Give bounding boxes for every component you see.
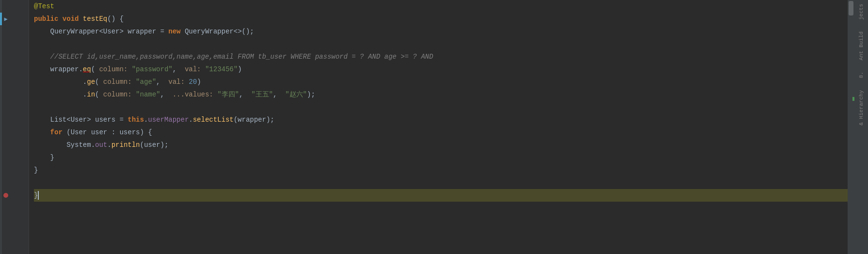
- list-close: > users =: [87, 113, 128, 126]
- code-line-6: wrapper.eq( column: "password", val: "12…: [34, 63, 848, 76]
- comma-name: ,: [161, 88, 173, 101]
- paren-select: (wrapper);: [234, 113, 274, 126]
- space-zl: [281, 88, 285, 101]
- space-val-age: [185, 76, 189, 88]
- space-age: [132, 76, 136, 88]
- editor-area: ▶: [0, 0, 868, 254]
- class-system: System: [66, 139, 91, 151]
- dot-mapper: .: [144, 113, 148, 126]
- param-values: ...values:: [173, 88, 213, 101]
- gutter-line-13: [2, 151, 10, 164]
- class-user-for: User: [71, 126, 87, 139]
- dot-out: .: [91, 139, 95, 151]
- line-numbers: [10, 0, 29, 254]
- scrollbar-green-marker: [852, 97, 854, 101]
- indent-list: [34, 113, 50, 126]
- code-line-1: @Test: [34, 0, 848, 13]
- class-user: User: [103, 25, 120, 38]
- code-line-12: System . out . println (user);: [34, 139, 848, 151]
- class-user2: User: [71, 113, 87, 126]
- code-content[interactable]: @Test public void testEq () { QueryWrapp…: [29, 0, 848, 254]
- code-line-14: }: [34, 164, 848, 176]
- field-usermapper: userMapper: [148, 113, 189, 126]
- right-side-panel: jects Ant Build 8. & Hierarchy: [854, 0, 868, 254]
- text-cursor: [38, 191, 39, 200]
- code-line-11: for ( User user : users) {: [34, 126, 848, 139]
- gutter-line-1: [2, 0, 10, 13]
- indent-1: [34, 25, 50, 38]
- gutter-line-4: [2, 38, 10, 50]
- paren-eq: (: [91, 63, 99, 76]
- method-ge: ge: [87, 76, 95, 88]
- close-method-brace: }: [34, 164, 38, 176]
- dot-ge: .: [83, 76, 87, 88]
- vertical-scrollbar[interactable]: [848, 0, 854, 254]
- comma-vals2: ,: [273, 88, 281, 101]
- paren-ge: (: [95, 76, 103, 88]
- space-new: [181, 25, 185, 38]
- gutter-line-12: [2, 139, 10, 151]
- panel-label-ant[interactable]: Ant Build: [859, 32, 864, 60]
- close-class-brace: }: [34, 189, 38, 202]
- panel-label-jects[interactable]: jects: [859, 4, 864, 20]
- code-line-3: QueryWrapper < User > wrapper = new Quer…: [34, 25, 848, 38]
- generic: <: [99, 25, 103, 38]
- gutter-line-8: [2, 88, 10, 101]
- gutter-line-10: [2, 113, 10, 126]
- breakpoint-dot: [3, 193, 8, 198]
- blue-indicator: [0, 13, 2, 25]
- code-line-7: .ge( column: "age", val: 20): [34, 76, 848, 88]
- code-line-5: //SELECT id,user_name,password,name,age,…: [34, 50, 848, 63]
- dot-in: .: [83, 88, 87, 101]
- method-testEq: testEq: [83, 13, 107, 25]
- class-querywrapper2: QueryWrapper: [185, 25, 234, 38]
- comma-age: ,: [156, 76, 168, 88]
- code-line-10: List<User> users = this.userMapper.selec…: [34, 113, 848, 126]
- panel-label-hierarchy[interactable]: & Hierarchy: [859, 90, 864, 126]
- close-in: );: [307, 88, 315, 101]
- generic-close: > wrapper =: [119, 25, 168, 38]
- space-1: [58, 13, 62, 25]
- annotation-test: @Test: [34, 0, 54, 13]
- indent-close-for: [34, 151, 50, 164]
- param-column-name: column:: [103, 88, 132, 101]
- comma-vals1: ,: [239, 88, 247, 101]
- gutter-line-14: [2, 164, 10, 176]
- str-123456: "123456": [205, 63, 238, 76]
- gutter-line-16: [2, 189, 10, 202]
- str-age: "age": [136, 76, 156, 88]
- gutter-line-15: [2, 176, 10, 189]
- method-println: println: [112, 139, 140, 151]
- gutter-line-2: ▶: [2, 13, 10, 25]
- code-line-4: [34, 38, 848, 50]
- close-ge: ): [197, 76, 201, 88]
- kw-public: public: [34, 13, 58, 25]
- space-vals: [213, 88, 217, 101]
- indent-in: [34, 88, 83, 101]
- indent-for: [34, 126, 50, 139]
- code-line-9: [34, 101, 848, 113]
- gutter-line-7: [2, 76, 10, 88]
- scrollbar-thumb[interactable]: [849, 1, 853, 16]
- space-val1: [201, 63, 205, 76]
- line-indicator: [0, 0, 2, 254]
- indent-ge: [34, 76, 83, 88]
- str-lisi: "李四": [217, 88, 239, 101]
- panel-label-num[interactable]: 8.: [859, 72, 864, 78]
- param-column1: column:: [99, 63, 128, 76]
- paren-open: () {: [107, 13, 124, 25]
- str-name: "name": [136, 88, 160, 101]
- code-line-16: }: [34, 189, 848, 202]
- code-line-15: [34, 176, 848, 189]
- gutter-icons: ▶: [2, 0, 10, 254]
- gutter-line-11: [2, 126, 10, 139]
- method-eq: eq: [83, 63, 91, 76]
- gutter-line-5: [2, 50, 10, 63]
- dot-select: .: [189, 113, 193, 126]
- kw-this: this: [128, 113, 144, 126]
- close-eq: ): [238, 63, 241, 76]
- kw-void: void: [63, 13, 79, 25]
- field-out: out: [95, 139, 107, 151]
- indent-2: [34, 50, 50, 63]
- space-name: [132, 88, 136, 101]
